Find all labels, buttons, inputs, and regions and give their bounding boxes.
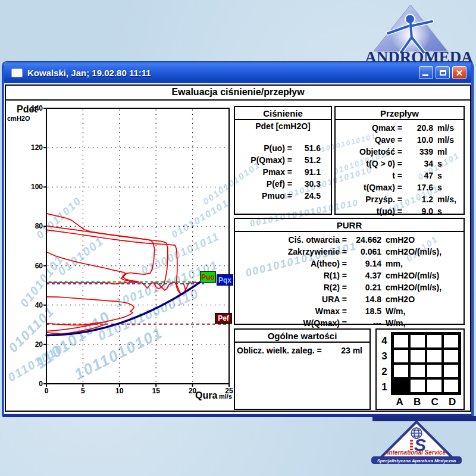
general-values-title: Ogólne wartości: [235, 330, 369, 343]
row-unit: mm,: [381, 258, 403, 270]
x-tick-label: 10: [111, 387, 128, 395]
pressure-panel: Ciśnienie Pdet [cmH2O] P(uo) =51.6P(Qmax…: [234, 106, 332, 215]
row-unit: s: [433, 181, 442, 193]
row-unit: W/m,: [381, 317, 405, 329]
row-label: Qmax =: [336, 122, 402, 134]
row-label: P(ef) =: [235, 178, 292, 190]
window-titlebar[interactable]: Kowalski, Jan; 19.02.80 11:11 ✕: [4, 62, 471, 83]
y-tick-label: 140: [24, 104, 43, 112]
row-value: ---: [347, 317, 381, 329]
row-label: A(theo) =: [235, 258, 347, 270]
table-row: Wmax =18.5W/m,: [235, 305, 464, 317]
row-unit: cmH2O: [381, 234, 415, 246]
row-label: P(Qmax) =: [235, 154, 292, 166]
report-title: Ewaluacja ciśnienie/przepływ: [171, 87, 304, 98]
window-title: Kowalski, Jan; 19.02.80 11:11: [27, 68, 416, 78]
nomogram-col-label: C: [426, 396, 444, 408]
row-unit: s: [433, 170, 442, 181]
row-value: 23 ml: [341, 345, 362, 356]
table-row: Pmuo =24.5: [235, 190, 331, 202]
minimize-button[interactable]: [419, 66, 433, 79]
row-value: 14.8: [347, 293, 381, 305]
table-row: URA =14.8cmH2O: [235, 293, 464, 305]
international-service-logo: S International Service Specjalistyczna …: [364, 415, 476, 475]
row-label: URA =: [235, 293, 347, 305]
y-tick-label: 120: [24, 143, 43, 152]
pf-trace-2: [46, 226, 168, 289]
row-label: W(Qmax) =: [235, 317, 347, 329]
row-label: Ciś. otwarcia =: [235, 234, 347, 246]
nomogram-cell-A1: [393, 378, 409, 393]
row-value: 24.662: [347, 234, 381, 246]
row-value: 9.0: [402, 205, 433, 217]
nomogram-cell-C3: [426, 349, 443, 364]
table-row: P(uo) =51.6: [235, 142, 331, 154]
nomogram-cell-D4: [443, 334, 459, 349]
flow-panel: Przepływ Qmax =20.8ml/sQave =10.0ml/sObj…: [334, 106, 465, 215]
nomogram-cell-D1: [443, 378, 459, 393]
x-tick-label: 5: [74, 387, 91, 395]
general-values-panel: Ogólne wartości Oblicz. wielk. zaleg. =2…: [234, 328, 371, 410]
table-row: R(1) =4.37cmH2O/(ml/s): [235, 270, 464, 281]
x-tick-label: 20: [184, 387, 201, 395]
row-value: 47: [402, 170, 433, 181]
row-unit: ml/s: [433, 134, 454, 146]
table-row: Oblicz. wielk. zaleg. =23 ml: [235, 345, 369, 356]
nomogram-cell-B4: [409, 334, 426, 349]
row-value: 18.5: [347, 305, 381, 317]
row-label: R(2) =: [235, 281, 347, 293]
is-logo-subtitle: Specjalistyczna Aparatura Medyczna: [377, 458, 456, 464]
andromeda-logo: ANDROMEDA: [364, 1, 476, 68]
row-value: 0.061: [347, 246, 381, 258]
table-row: Przyśp. =1.2ml/s,: [336, 193, 464, 205]
pf-trace-3: [46, 230, 185, 294]
nomogram-row-label: 3: [379, 349, 390, 364]
row-value: 91.1: [292, 166, 321, 178]
nomogram-cell-D3: [443, 349, 459, 364]
row-label: Pmuo =: [235, 190, 292, 202]
table-row: Ciś. otwarcia =24.662cmH2O: [235, 234, 464, 246]
x-tick-label: 15: [148, 387, 164, 395]
row-unit: ml: [433, 146, 447, 158]
close-button[interactable]: ✕: [452, 66, 466, 79]
table-row: Zakrzywienie =0.061cmH2O/(ml/s),: [235, 246, 464, 258]
row-value: 9.14: [347, 258, 381, 270]
row-value: 339: [402, 146, 433, 158]
nomogram-col-label: B: [409, 396, 427, 408]
purr-panel: PURR Ciś. otwarcia =24.662cmH2OZakrzywie…: [234, 218, 465, 325]
table-row: Pmax =91.1: [235, 166, 331, 178]
nomogram-cell-B3: [409, 349, 426, 364]
y-axis-unit: cmH2O: [7, 115, 30, 122]
plot-border: [46, 108, 229, 384]
table-row: P(Qmax) =51.2: [235, 154, 331, 166]
pf-trace-5: [46, 297, 134, 331]
x-tick-label: 0: [38, 387, 55, 395]
marker-puo: Puo: [200, 271, 216, 283]
row-value: 51.6: [292, 142, 321, 154]
table-row: Objetość =339ml: [336, 146, 464, 158]
row-value: 24.5: [292, 190, 321, 202]
row-unit: ml/s,: [433, 193, 456, 205]
row-unit: cmH2O: [381, 293, 415, 305]
row-unit: W/m,: [381, 305, 405, 317]
nomogram-grid: [391, 332, 461, 395]
row-value: 4.37: [347, 270, 381, 281]
row-unit: ml/s: [433, 122, 454, 134]
close-icon: ✕: [456, 68, 464, 77]
y-tick-label: 80: [24, 222, 43, 230]
row-value: 17.6: [402, 181, 433, 193]
nomogram-panel: 4321 ABCD: [375, 328, 465, 410]
maximize-button[interactable]: [436, 66, 450, 79]
row-label: R(1) =: [235, 270, 347, 281]
nomogram-cell-C1: [426, 378, 443, 393]
table-row: Qave =10.0ml/s: [336, 134, 464, 146]
nomogram-col-label: D: [444, 396, 462, 408]
nomogram-col-label: A: [391, 396, 409, 408]
row-label: t(Qmax) =: [336, 181, 402, 193]
window-icon: [11, 68, 23, 77]
nomogram-cell-C4: [426, 334, 443, 349]
row-label: t(uo) =: [336, 205, 402, 217]
table-row: R(2) =0.21cmH2O/(ml/s),: [235, 281, 464, 293]
row-value: 0.21: [347, 281, 381, 293]
row-label: Zakrzywienie =: [235, 246, 347, 258]
